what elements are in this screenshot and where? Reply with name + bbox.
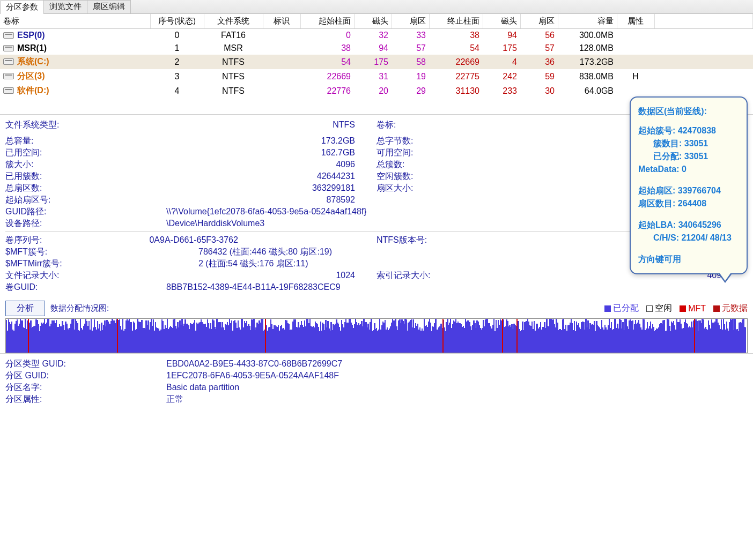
analyse-row: 分析 数据分配情况图: 已分配 空闲 MFT 元数据 — [0, 297, 753, 316]
table-row[interactable]: MSR(1)1MSR3894575417557128.0MB — [0, 42, 753, 55]
val-vol-serial: 0A9A-D661-65F3-3762 — [42, 234, 376, 246]
lbl-file-rec: 文件记录大小: — [5, 270, 59, 281]
row-head1: 32 — [354, 29, 392, 42]
row-head2: 233 — [483, 84, 520, 98]
row-attr: H — [617, 69, 654, 84]
row-fs: NTFS — [204, 84, 263, 98]
val-guid-path: \\?\Volume{1efc2078-6fa6-4053-9e5a-0524a… — [166, 206, 367, 218]
row-sect2: 36 — [520, 55, 558, 69]
lbl-idx-rec: 索引记录大小: — [376, 270, 430, 281]
row-name: 分区(3) — [17, 71, 45, 80]
col-end-cyl[interactable]: 终止柱面 — [429, 14, 483, 29]
col-start-cyl[interactable]: 起始柱面 — [300, 14, 354, 29]
val-start-sector: 878592 — [50, 194, 376, 206]
row-start-cyl: 22669 — [300, 69, 354, 84]
col-attr[interactable]: 属性 — [617, 14, 654, 29]
disk-icon — [3, 87, 14, 94]
legend-free-icon — [646, 305, 653, 312]
legend: 已分配 空闲 MFT 元数据 — [604, 303, 748, 314]
row-sect2: 30 — [520, 84, 558, 98]
tooltip-arrows-hint: 方向键可用 — [638, 253, 739, 266]
lbl-free-clusters: 空闲簇数: — [376, 170, 413, 182]
tooltip-metadata: MetaData: 0 — [638, 163, 739, 176]
lbl-mftmirr: $MFTMirr簇号: — [5, 258, 198, 270]
legend-mft: MFT — [688, 304, 706, 313]
row-head1: 175 — [354, 55, 392, 69]
disk-icon — [3, 73, 14, 79]
row-flag — [263, 69, 300, 84]
col-index[interactable]: 序号(状态) — [150, 14, 204, 29]
row-end-cyl: 22669 — [429, 55, 483, 69]
row-cap: 128.0MB — [558, 42, 617, 55]
lbl-part-type-guid: 分区类型 GUID: — [5, 358, 166, 370]
legend-meta: 元数据 — [722, 303, 748, 314]
table-row[interactable]: ESP(0)0FAT1603233389456300.0MB — [0, 29, 753, 42]
table-row[interactable]: 系统(C:)2NTFS541755822669436173.2GB — [0, 55, 753, 69]
val-total-cap: 173.2GB — [33, 135, 376, 147]
row-fs: NTFS — [204, 69, 263, 84]
row-end-cyl: 38 — [429, 29, 483, 42]
row-flag — [263, 55, 300, 69]
lbl-part-name: 分区名字: — [5, 382, 166, 393]
lbl-free: 可用空间: — [376, 147, 413, 159]
val-mftmirr: 2 (柱面:54 磁头:176 扇区:11) — [198, 258, 308, 270]
table-row[interactable]: 分区(3)3NTFS2266931192277524259838.0MBH — [0, 69, 753, 84]
row-head2: 94 — [483, 29, 520, 42]
val-part-guid: 1EFC2078-6FA6-4053-9E5A-0524A4AF148F — [166, 370, 339, 382]
lbl-device-path: 设备路径: — [5, 218, 166, 229]
row-end-cyl: 22775 — [429, 69, 483, 84]
row-name: MSR(1) — [17, 43, 47, 53]
col-sect2[interactable]: 扇区 — [520, 14, 558, 29]
disk-icon — [3, 32, 14, 39]
lbl-fs-type: 文件系统类型: — [5, 119, 59, 131]
tooltip-title: 数据区(当前竖线): — [638, 105, 739, 118]
row-attr — [617, 42, 654, 55]
row-head2: 4 — [483, 55, 520, 69]
row-head1: 31 — [354, 69, 392, 84]
tab-sector-edit[interactable]: 扇区编辑 — [87, 0, 131, 13]
tab-browse-files[interactable]: 浏览文件 — [43, 0, 87, 13]
row-sect1: 19 — [392, 69, 429, 84]
val-fs-type: NTFS — [59, 119, 376, 131]
table-row[interactable]: 软件(D:)4NTFS227762029311302333064.0GB — [0, 84, 753, 98]
row-sect1: 58 — [392, 55, 429, 69]
col-flag[interactable]: 标识 — [263, 14, 300, 29]
row-sect1: 33 — [392, 29, 429, 42]
row-sect2: 57 — [520, 42, 558, 55]
lbl-part-attr: 分区属性: — [5, 393, 166, 405]
row-head1: 94 — [354, 42, 392, 55]
col-capacity[interactable]: 容量 — [558, 14, 617, 29]
row-head1: 20 — [354, 84, 392, 98]
row-start-cyl: 38 — [300, 42, 354, 55]
allocation-map[interactable] — [5, 318, 748, 353]
col-head2[interactable]: 磁头 — [483, 14, 520, 29]
row-attr — [617, 29, 654, 42]
lbl-total-clusters: 总簇数: — [376, 159, 404, 170]
tab-partition-params[interactable]: 分区参数 — [0, 1, 44, 14]
col-head1[interactable]: 磁头 — [354, 14, 392, 29]
tooltip-sector-count: 扇区数目: 264408 — [638, 197, 739, 210]
row-cap: 64.0GB — [558, 84, 617, 98]
analyse-button[interactable]: 分析 — [5, 301, 45, 316]
row-idx: 4 — [150, 84, 204, 98]
row-start-cyl: 54 — [300, 55, 354, 69]
lbl-guid-path: GUID路径: — [5, 206, 166, 218]
partition-details: 数据区(当前竖线): 起始簇号: 42470838 簇数目: 33051 已分配… — [0, 114, 753, 297]
val-total-sectors: 363299181 — [42, 182, 376, 194]
lbl-part-guid: 分区 GUID: — [5, 370, 166, 382]
row-cap: 300.0MB — [558, 29, 617, 42]
col-sect1[interactable]: 扇区 — [392, 14, 429, 29]
row-sect2: 56 — [520, 29, 558, 42]
row-sect1: 29 — [392, 84, 429, 98]
legend-alloc: 已分配 — [613, 303, 639, 314]
val-cluster-size: 4096 — [33, 159, 376, 170]
legend-alloc-icon — [604, 305, 611, 312]
row-head2: 242 — [483, 69, 520, 84]
col-volume[interactable]: 卷标 — [0, 14, 150, 29]
row-name: 软件(D:) — [17, 86, 49, 95]
lbl-used-clusters: 已用簇数: — [5, 170, 42, 182]
lbl-total-sectors: 总扇区数: — [5, 182, 42, 194]
row-start-cyl: 22776 — [300, 84, 354, 98]
col-fs[interactable]: 文件系统 — [204, 14, 263, 29]
disk-icon — [3, 58, 14, 65]
